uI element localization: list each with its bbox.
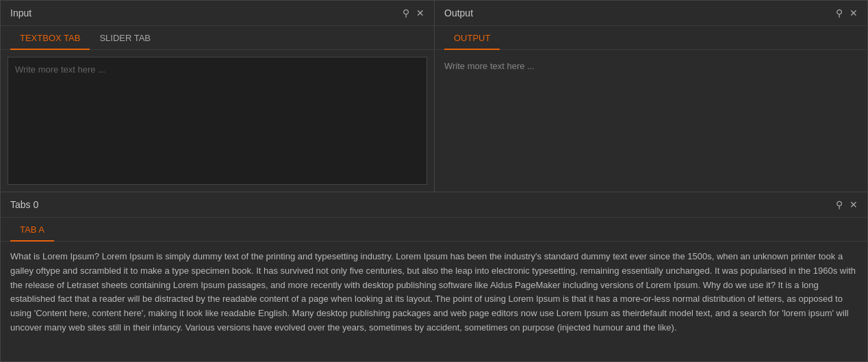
input-tabs-bar: TEXTBOX TAB SLIDER TAB — [1, 26, 434, 50]
input-pin-button[interactable]: ⚲ — [403, 8, 409, 18]
output-text: Write more text here ... — [442, 57, 860, 75]
input-close-button[interactable]: ✕ — [416, 8, 424, 18]
bottom-panel-title: Tabs 0 — [10, 199, 38, 210]
input-header-icons: ⚲ ✕ — [403, 8, 424, 18]
lorem-text: What is Lorem Ipsum? Lorem Ipsum is simp… — [10, 250, 858, 335]
tab-slider[interactable]: SLIDER TAB — [90, 26, 160, 50]
output-header-icons: ⚲ ✕ — [836, 8, 858, 18]
output-panel-title: Output — [444, 8, 473, 18]
tab-textbox[interactable]: TEXTBOX TAB — [10, 26, 90, 50]
bottom-panel: Tabs 0 ⚲ ✕ TAB A What is Lorem Ipsum? Lo… — [1, 192, 867, 361]
top-row: Input ⚲ ✕ TEXTBOX TAB SLIDER TAB Output … — [1, 1, 867, 192]
bottom-close-button[interactable]: ✕ — [850, 200, 858, 209]
output-tabs-bar: OUTPUT — [435, 26, 867, 50]
output-panel: Output ⚲ ✕ OUTPUT Write more text here .… — [435, 1, 867, 192]
tab-a[interactable]: TAB A — [10, 218, 54, 242]
output-close-button[interactable]: ✕ — [850, 8, 858, 18]
main-container: Input ⚲ ✕ TEXTBOX TAB SLIDER TAB Output … — [0, 0, 868, 362]
input-panel-content — [1, 50, 434, 192]
output-pin-button[interactable]: ⚲ — [836, 8, 843, 18]
output-panel-content: Write more text here ... — [435, 50, 867, 192]
bottom-header-icons: ⚲ ✕ — [836, 200, 858, 209]
tab-output[interactable]: OUTPUT — [444, 26, 500, 50]
input-panel-title: Input — [10, 8, 31, 18]
output-panel-header: Output ⚲ ✕ — [435, 1, 867, 26]
input-panel-header: Input ⚲ ✕ — [1, 1, 434, 26]
bottom-panel-content: What is Lorem Ipsum? Lorem Ipsum is simp… — [1, 242, 867, 361]
input-panel: Input ⚲ ✕ TEXTBOX TAB SLIDER TAB — [1, 1, 435, 192]
input-textarea[interactable] — [8, 57, 427, 185]
bottom-panel-header: Tabs 0 ⚲ ✕ — [1, 192, 867, 218]
bottom-pin-button[interactable]: ⚲ — [836, 200, 843, 209]
bottom-tabs-bar: TAB A — [1, 218, 867, 242]
